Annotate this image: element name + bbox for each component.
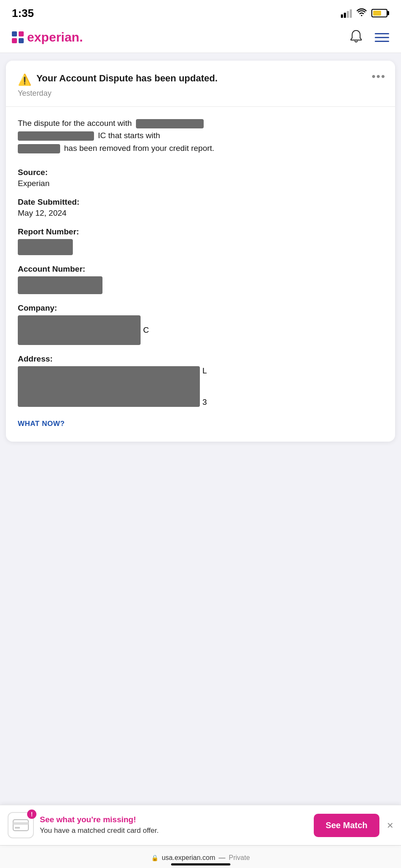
address-section: Address: L 3 — [18, 354, 383, 407]
source-section: Source: Experian — [18, 168, 383, 188]
redacted-name-2 — [18, 131, 94, 141]
wifi-icon — [356, 8, 367, 18]
source-label: Source: — [18, 168, 383, 177]
redacted-name-3 — [18, 144, 60, 153]
banner-exclaim-icon: ! — [27, 810, 36, 819]
date-submitted-value: May 12, 2024 — [18, 209, 383, 218]
company-redacted — [18, 315, 141, 345]
svg-rect-0 — [13, 820, 28, 831]
battery-icon — [371, 9, 389, 17]
warning-icon: ⚠️ — [18, 73, 31, 86]
alert-title-text: Your Account Dispute has been updated. — [36, 72, 218, 85]
what-now-link[interactable]: WHAT NOW? — [18, 420, 383, 428]
redacted-name-1 — [136, 119, 204, 128]
address-private-label: Private — [229, 854, 250, 862]
report-number-redacted — [18, 239, 73, 255]
svg-rect-2 — [15, 827, 20, 829]
banner-text: See what you're missing! You have a matc… — [40, 815, 308, 835]
address-suffix-1: L — [202, 366, 207, 376]
report-number-section: Report Number: — [18, 227, 383, 255]
dispute-card: ••• ⚠️ Your Account Dispute has been upd… — [6, 61, 395, 442]
main-content: ••• ⚠️ Your Account Dispute has been upd… — [0, 53, 401, 449]
account-number-label: Account Number: — [18, 264, 383, 274]
app-header: experian. — [0, 24, 401, 53]
header-actions — [349, 30, 389, 45]
banner-title: See what you're missing! — [40, 815, 308, 824]
close-banner-button[interactable]: × — [387, 819, 393, 832]
alert-date: Yesterday — [18, 89, 383, 98]
logo-text: experian. — [27, 30, 83, 45]
source-value: Experian — [18, 179, 383, 188]
logo-dots-icon — [12, 31, 24, 43]
status-icons — [341, 8, 389, 18]
company-section: Company: C — [18, 303, 383, 345]
more-options-button[interactable]: ••• — [372, 70, 386, 83]
logo: experian. — [12, 30, 83, 45]
bottom-banner: ! See what you're missing! You have a ma… — [0, 805, 401, 845]
address-url: usa.experian.com — [162, 854, 215, 862]
status-bar: 1:35 — [0, 0, 401, 24]
address-separator: — — [218, 854, 225, 862]
see-match-button[interactable]: See Match — [314, 814, 379, 837]
divider — [6, 106, 395, 107]
hamburger-menu-icon[interactable] — [375, 33, 389, 42]
company-suffix: C — [143, 326, 149, 335]
banner-subtitle: You have a matched credit card offer. — [40, 826, 308, 835]
banner-icon-wrap: ! — [8, 812, 34, 838]
date-submitted-section: Date Submitted: May 12, 2024 — [18, 198, 383, 218]
signal-bars-icon — [341, 8, 352, 18]
address-redacted — [18, 366, 200, 407]
account-number-section: Account Number: — [18, 264, 383, 294]
account-number-redacted — [18, 276, 102, 294]
home-indicator — [171, 863, 230, 865]
address-suffix-2: 3 — [202, 398, 207, 407]
alert-title-row: ⚠️ Your Account Dispute has been updated… — [18, 72, 383, 86]
company-label: Company: — [18, 303, 383, 313]
report-number-label: Report Number: — [18, 227, 383, 236]
svg-rect-1 — [13, 822, 28, 825]
bell-icon[interactable] — [349, 30, 363, 45]
status-time: 1:35 — [12, 7, 34, 20]
address-label: Address: — [18, 354, 383, 364]
lock-icon: 🔒 — [151, 854, 158, 861]
alert-body: The dispute for the account with IC that… — [18, 117, 383, 154]
date-submitted-label: Date Submitted: — [18, 198, 383, 207]
